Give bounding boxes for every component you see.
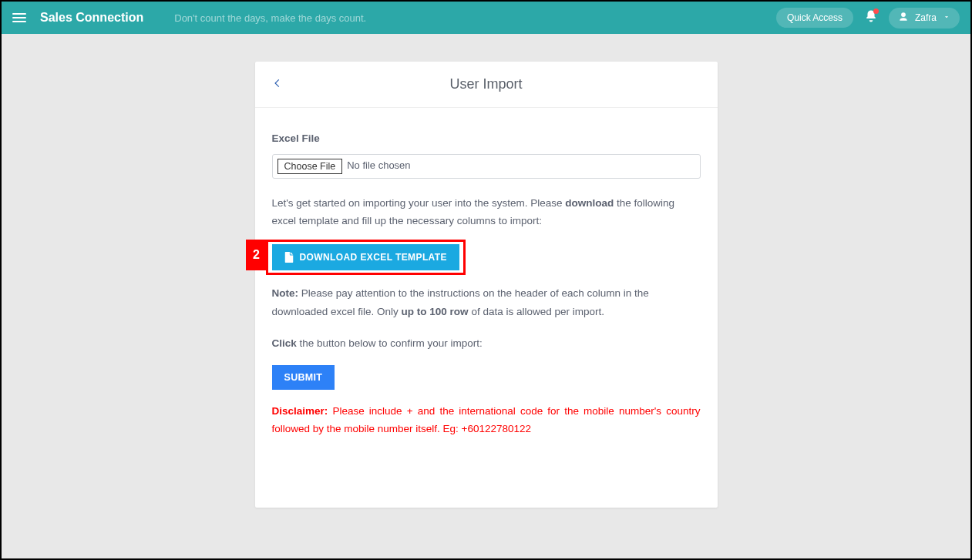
- submit-button[interactable]: SUBMIT: [272, 365, 335, 390]
- download-excel-template-button[interactable]: DOWNLOAD EXCEL TEMPLATE: [272, 244, 459, 270]
- quick-access-button[interactable]: Quick Access: [776, 8, 853, 28]
- choose-file-button[interactable]: Choose File: [277, 159, 343, 174]
- user-menu-button[interactable]: Zafra: [889, 8, 960, 29]
- hamburger-menu-icon[interactable]: [12, 12, 26, 23]
- intro-text-bold: download: [565, 197, 614, 209]
- step-number-badge: 2: [246, 240, 267, 270]
- back-button[interactable]: [272, 78, 283, 92]
- download-button-wrap: 2 DOWNLOAD EXCEL TEMPLATE: [272, 244, 459, 270]
- brand-title: Sales Connection: [40, 11, 143, 25]
- notification-indicator-dot: [873, 8, 879, 14]
- file-input-row[interactable]: Choose File No file chosen: [272, 154, 701, 179]
- avatar-icon: [898, 12, 909, 25]
- user-name-label: Zafra: [915, 12, 937, 23]
- card-body: Excel File Choose File No file chosen Le…: [255, 108, 718, 438]
- disclaimer-label: Disclaimer:: [272, 405, 328, 417]
- click-label: Click: [272, 337, 297, 349]
- chevron-down-icon: [943, 12, 950, 23]
- click-text: the button below to confirm your import:: [297, 337, 483, 349]
- top-bar: Sales Connection Don't count the days, m…: [2, 2, 970, 34]
- card-header: User Import: [255, 62, 718, 108]
- tagline-text: Don't count the days, make the days coun…: [174, 12, 776, 24]
- intro-text-prefix: Let's get started on importing your user…: [272, 197, 566, 209]
- note-paragraph: Note: Please pay attention to the instru…: [272, 284, 701, 320]
- disclaimer-text: Please include + and the international c…: [272, 405, 701, 435]
- file-icon: [284, 252, 294, 263]
- download-button-label: DOWNLOAD EXCEL TEMPLATE: [300, 252, 447, 263]
- user-import-card: User Import Excel File Choose File No fi…: [255, 62, 718, 508]
- note-label: Note:: [272, 287, 299, 299]
- disclaimer-paragraph: Disclaimer: Please include + and the int…: [272, 402, 701, 438]
- click-paragraph: Click the button below to confirm your i…: [272, 334, 701, 353]
- note-bold: up to 100 row: [402, 306, 469, 317]
- excel-file-label: Excel File: [272, 129, 701, 148]
- page-content: User Import Excel File Choose File No fi…: [2, 34, 970, 508]
- intro-paragraph: Let's get started on importing your user…: [272, 194, 701, 230]
- note-text-2: of data is allowed per import.: [469, 306, 604, 317]
- notification-bell-icon[interactable]: [864, 9, 878, 26]
- page-title: User Import: [449, 76, 522, 92]
- file-chosen-status: No file chosen: [347, 157, 410, 175]
